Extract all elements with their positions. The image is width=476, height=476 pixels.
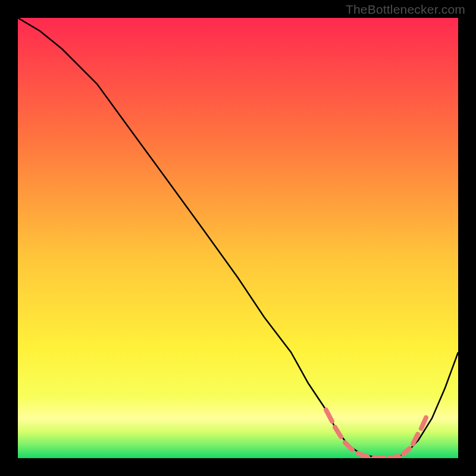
chart-plot-area: [18, 18, 458, 458]
watermark-text: TheBottlenecker.com: [346, 2, 465, 17]
svg-line-3: [358, 453, 368, 457]
chart-svg: [18, 18, 458, 458]
svg-line-5: [389, 456, 399, 458]
gradient-background: [18, 18, 458, 458]
